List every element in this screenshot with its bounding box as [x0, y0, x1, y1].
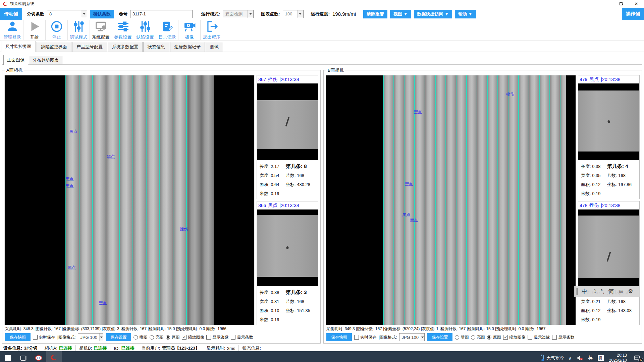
tab-test[interactable]: 测试	[206, 42, 223, 52]
camera-a-caption: A面相机	[5, 67, 24, 73]
tab-edge-data-record[interactable]: 边缘数据记录	[170, 42, 205, 52]
snipping-tool-button[interactable]: ✂	[31, 351, 46, 362]
chevron-down-icon	[99, 334, 103, 341]
subtab-distribution-chart[interactable]: 分布趋势图表	[29, 56, 62, 64]
data-quick-access-button[interactable]: 数据快捷访问 ▼	[414, 10, 452, 18]
chevron-down-icon	[421, 334, 424, 341]
moon-fullwidth-icon[interactable]: ☽	[590, 288, 598, 295]
save-settings-button[interactable]: 保存设置	[106, 333, 131, 341]
minimize-button[interactable]	[598, 0, 613, 8]
vision-app-taskbar-button[interactable]	[46, 351, 62, 362]
subtab-front-image[interactable]: 正面图像	[3, 55, 28, 65]
tab-system-param-config[interactable]: 系统参数配置	[108, 42, 143, 52]
defect-time: |20:13:38	[279, 77, 299, 82]
ime-mode-chinese[interactable]: 中	[580, 288, 589, 295]
camera-a-status-line: 采集耗时: 348.3 |图像计数: 167 |像素坐标: (333,7139)…	[4, 325, 318, 333]
start-button[interactable]	[0, 351, 15, 362]
tab-size-monitor[interactable]: 尺寸监控界面	[1, 41, 36, 52]
punctuation-toggle[interactable]: °,	[599, 288, 606, 295]
tab-product-model-config[interactable]: 产品型号配置	[72, 42, 107, 52]
defect-settings-button[interactable]: 缺陷设置	[134, 20, 156, 40]
camera-a-image[interactable]: 黑点黑点黑点黑点挫伤黑点黑点	[4, 75, 255, 325]
strip-region-faint	[187, 75, 214, 325]
param-settings-button[interactable]: 参数设置	[112, 20, 134, 40]
realtime-save-checkbox[interactable]	[354, 335, 359, 340]
io-status-label: IO:	[114, 346, 119, 351]
admin-login-button[interactable]: 管理登录	[1, 20, 23, 40]
defect-type: 黑点	[268, 202, 277, 208]
volume-muted-button[interactable]	[574, 351, 586, 362]
camera-b-controls: 保存快照 实时保存 |图像格式: JPG 100 保存设置 暗图 亮图 原图 缩…	[326, 333, 640, 342]
save-snapshot-button[interactable]: 保存快照	[326, 333, 352, 341]
defect-time: |20:13:38	[601, 77, 620, 82]
hidden-icons-chevron[interactable]: ∧	[566, 351, 574, 362]
show-edge-checkbox[interactable]	[528, 335, 532, 340]
weather-tray-item[interactable]: 天气寒冷	[538, 351, 566, 362]
stop-button[interactable]: 停止	[46, 20, 68, 40]
clock-tray-item[interactable]: 20:13 2025/2/10	[606, 353, 630, 362]
original-image-radio[interactable]	[166, 335, 170, 340]
defect-thumbnail	[257, 83, 318, 160]
run-mode-select[interactable]: 双面检测	[223, 10, 254, 18]
action-center-button[interactable]: 6	[630, 351, 644, 362]
language-indicator[interactable]: 英	[586, 351, 595, 362]
image-format-select[interactable]: JPG 100	[78, 333, 103, 341]
tab-page-content: 正面图像 分布趋势图表 A面相机 黑点黑点黑点黑点挫伤黑点黑点 367	[0, 52, 644, 345]
log-book-icon	[161, 20, 174, 33]
restore-button[interactable]	[613, 0, 629, 8]
zoom-image-checkbox[interactable]	[182, 335, 186, 340]
bright-image-radio[interactable]	[150, 335, 154, 340]
thermometer-icon	[540, 354, 545, 362]
tab-defect-monitor[interactable]: 缺陷监控界面	[37, 42, 71, 52]
camera-b-image[interactable]: 挫伤黑点黑点黑点黑点	[326, 75, 576, 325]
chart-points-select[interactable]: 100	[283, 10, 304, 18]
system-config-button[interactable]: 系统配置	[90, 20, 112, 40]
show-count-checkbox[interactable]	[552, 335, 557, 340]
save-snapshot-button[interactable]: 保存快照	[5, 333, 31, 341]
save-settings-button[interactable]: 保存设置	[427, 333, 452, 341]
camera-b-group: B面相机 挫伤黑点黑点黑点黑点 479 黑点 |20:13:38	[323, 70, 642, 344]
defect-header: 479 黑点 |20:13:38	[578, 75, 639, 83]
defect-card: 367 挫伤 |20:13:38 长度: 2.17 第几条: 8	[257, 75, 318, 199]
show-count-checkbox[interactable]	[231, 335, 235, 340]
close-button[interactable]: ✕	[629, 0, 644, 8]
restore-icon	[620, 2, 623, 5]
tab-status-info[interactable]: 状态信息	[143, 42, 169, 52]
chart-points-label: 图表点数:	[261, 11, 280, 17]
gear-icon[interactable]: ⚙	[626, 288, 635, 295]
show-edge-checkbox[interactable]	[206, 335, 211, 340]
debug-mode-button[interactable]: 调试模式	[68, 20, 90, 40]
original-image-radio[interactable]	[487, 335, 491, 340]
slit-count-select[interactable]: 8	[47, 10, 87, 18]
clear-alarm-button[interactable]: 清除报警	[363, 10, 387, 18]
app-logo-icon	[50, 354, 58, 361]
simplified-chinese-toggle[interactable]: 简	[607, 288, 616, 295]
operate-side-button[interactable]: 操作侧	[622, 8, 644, 20]
bright-image-radio[interactable]	[471, 335, 475, 340]
dark-image-radio[interactable]	[133, 335, 138, 340]
zoom-image-checkbox[interactable]	[503, 335, 508, 340]
play-icon	[28, 20, 41, 33]
image-format-select[interactable]: JPG 100	[399, 333, 425, 341]
view-menu-button[interactable]: 视图 ▼	[390, 10, 411, 18]
roll-number-input[interactable]	[130, 10, 193, 18]
log-record-button[interactable]: 日志记录	[156, 20, 178, 40]
defect-card: 478 挫伤 |20:13:38 长度: 0.57 第几条: 3	[578, 201, 640, 325]
realtime-save-checkbox[interactable]	[33, 335, 38, 340]
weather-text: 天气寒冷	[546, 355, 564, 361]
drive-side-button[interactable]: 传动侧	[0, 8, 22, 20]
camera-b-caption: B面相机	[326, 67, 345, 73]
ime-indicator[interactable]: 拼	[595, 351, 606, 362]
dot-mark	[608, 120, 610, 123]
dark-image-radio[interactable]	[455, 335, 459, 340]
start-button[interactable]: 开始	[23, 20, 46, 40]
task-view-button[interactable]	[15, 351, 31, 362]
defect-label: 黑点	[69, 129, 77, 134]
confirm-count-button[interactable]: 确认条数	[90, 10, 114, 18]
emoji-picker-icon[interactable]: ☺	[616, 288, 626, 295]
camera-capture-button[interactable]: 摄像	[178, 20, 201, 40]
defect-stats: 长度: 2.17 第几条: 8 宽度: 0.54 片数: 168 面积: 0.6…	[257, 160, 318, 199]
help-menu-button[interactable]: 帮助 ▼	[455, 10, 476, 18]
drag-handle-icon[interactable]	[576, 288, 578, 295]
exit-program-button[interactable]: 退出程序	[201, 20, 223, 40]
